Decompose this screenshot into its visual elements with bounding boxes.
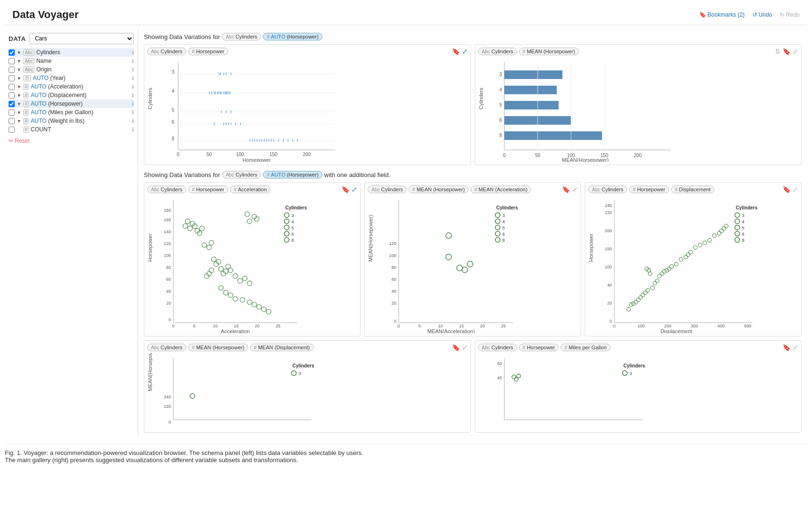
- svg-rect-25: [211, 91, 212, 94]
- field-info-cylinders[interactable]: ℹ: [132, 49, 134, 56]
- chart2-pill-cylinders[interactable]: Abc Cylinders: [478, 48, 517, 55]
- chart5-pill-horsepower[interactable]: # Horsepower: [629, 186, 669, 193]
- field-info-origin[interactable]: ℹ: [132, 67, 134, 73]
- chart7-pill-horsepower[interactable]: # Horsepower: [519, 344, 559, 351]
- chart5-pill-cylinders[interactable]: Abc Cylinders: [588, 186, 627, 193]
- svg-rect-60: [283, 139, 284, 142]
- chart7-pill-mpg[interactable]: # Miles per Gallon: [561, 344, 610, 351]
- field-info-mpg[interactable]: ℹ: [132, 109, 134, 116]
- chart7-bookmark-button[interactable]: 🔖: [782, 344, 791, 351]
- chart6-pill-meanDisplacement[interactable]: # MEAN (Displacement): [250, 344, 313, 351]
- reset-button[interactable]: ✏ Reset: [9, 138, 30, 144]
- chart1-actions: 🔖 ⤢: [452, 48, 468, 55]
- svg-text:500: 500: [744, 324, 751, 328]
- field-checkbox-acceleration[interactable]: [9, 84, 15, 90]
- chart4-pill-cylinders[interactable]: Abc Cylinders: [368, 186, 407, 193]
- pill-horsepower-1[interactable]: # AUTO (Horsepower): [263, 33, 322, 40]
- section2-pill-cylinders[interactable]: Abc Cylinders: [222, 171, 261, 178]
- reset-icon: ✏: [9, 138, 13, 144]
- svg-text:100: 100: [637, 324, 644, 328]
- svg-text:200: 200: [605, 228, 612, 233]
- chart4-expand-button[interactable]: ⤢: [572, 186, 578, 193]
- dataset-select[interactable]: Cars: [30, 33, 134, 44]
- chart5-pill-displacement[interactable]: # Displacement: [671, 186, 714, 193]
- svg-text:25: 25: [501, 324, 506, 328]
- chart3-expand-button[interactable]: ⤢: [351, 186, 357, 193]
- field-info-acceleration[interactable]: ℹ: [132, 84, 134, 90]
- field-checkbox-year[interactable]: [9, 75, 15, 81]
- chart3-pill-cylinders[interactable]: Abc Cylinders: [147, 186, 186, 193]
- field-checkbox-mpg[interactable]: [9, 109, 15, 116]
- redo-button[interactable]: ↻ Redo: [780, 11, 800, 18]
- section2-pill-horsepower[interactable]: # AUTO (Horsepower): [263, 171, 322, 178]
- chart3-pill-horsepower[interactable]: # Horsepower: [188, 186, 228, 193]
- chart4-pill-meanHorsepower[interactable]: # MEAN (Horsepower): [409, 186, 469, 193]
- chart3-pill-acceleration[interactable]: # Acceleration: [230, 186, 271, 193]
- section2-showing-text: Showing Data Variations for: [144, 171, 220, 178]
- svg-text:400: 400: [717, 324, 724, 328]
- field-info-name[interactable]: ℹ: [132, 58, 134, 64]
- svg-point-211: [735, 219, 740, 224]
- svg-point-117: [245, 212, 250, 217]
- svg-text:6: 6: [502, 232, 505, 237]
- svg-text:15: 15: [234, 324, 239, 328]
- svg-text:50: 50: [535, 153, 541, 158]
- field-checkbox-origin[interactable]: [9, 67, 15, 73]
- chart-card-scatter5: Abc Cylinders # Horsepower # Miles per G…: [475, 340, 802, 433]
- field-checkbox-weight[interactable]: [9, 118, 15, 124]
- chart6-pill-meanHorsepower[interactable]: # MEAN (Horsepower): [188, 344, 248, 351]
- field-info-year[interactable]: ℹ: [132, 75, 134, 81]
- bookmarks-button[interactable]: 🔖 Bookmarks (2): [699, 11, 745, 18]
- chart7-expand-button[interactable]: ⤢: [792, 344, 798, 351]
- svg-point-239: [684, 255, 688, 259]
- svg-point-130: [242, 276, 247, 281]
- svg-point-150: [233, 297, 238, 301]
- field-checkbox-horsepower[interactable]: [9, 101, 15, 107]
- svg-point-232: [660, 272, 664, 276]
- field-info-displacement[interactable]: ℹ: [132, 92, 134, 99]
- field-item-displacement: ▼ # AUTO (Displacement) ℹ: [9, 91, 134, 99]
- chart-card-bar: Abc Cylinders # MEAN (Horsepower) ⇅ 🔖 ⤢ …: [475, 44, 802, 165]
- pill-cylinders-1[interactable]: Abc Cylinders: [222, 33, 261, 40]
- svg-text:Cylinders: Cylinders: [147, 88, 153, 109]
- svg-rect-28: [217, 91, 218, 94]
- chart2-pill-meanHorsepower[interactable]: # MEAN (Horsepower): [519, 48, 579, 55]
- app-container: Data Voyager 🔖 Bookmarks (2) ↺ Undo ↻ Re…: [0, 0, 812, 514]
- chart5-expand-button[interactable]: ⤢: [792, 186, 798, 193]
- chart2-sort-button[interactable]: ⇅: [775, 48, 781, 55]
- undo-button[interactable]: ↺ Undo: [752, 11, 772, 18]
- svg-text:120: 120: [389, 241, 396, 246]
- chart7-pill-cylinders[interactable]: Abc Cylinders: [478, 344, 517, 351]
- chart3-bookmark-button[interactable]: 🔖: [341, 186, 350, 193]
- field-checkbox-count[interactable]: [9, 127, 15, 133]
- field-info-horsepower[interactable]: ℹ: [132, 101, 134, 107]
- chart5-bookmark-button[interactable]: 🔖: [782, 186, 791, 193]
- svg-point-248: [720, 229, 723, 233]
- field-label-horsepower: AUTO (Horsepower): [30, 100, 130, 107]
- svg-text:Horsepower: Horsepower: [147, 233, 153, 262]
- svg-point-115: [284, 237, 289, 242]
- svg-point-129: [238, 278, 242, 283]
- chart6-pill-cylinders[interactable]: Abc Cylinders: [147, 344, 186, 351]
- chart6-expand-button[interactable]: ⤢: [462, 344, 468, 351]
- chart1-pill-cylinders[interactable]: Abc Cylinders: [147, 48, 186, 55]
- chart1-pill-horsepower[interactable]: # Horsepower: [188, 48, 228, 55]
- field-info-weight[interactable]: ℹ: [132, 118, 134, 124]
- caption: Fig. 1. Voyager: a recommendation-powere…: [5, 444, 807, 464]
- chart4-bookmark-button[interactable]: 🔖: [562, 186, 570, 193]
- chart2-bookmark-button[interactable]: 🔖: [782, 48, 791, 55]
- field-info-count[interactable]: ℹ: [132, 127, 134, 133]
- chart2-expand-button[interactable]: ⤢: [792, 48, 798, 55]
- svg-point-175: [495, 213, 500, 217]
- field-checkbox-displacement[interactable]: [9, 92, 15, 99]
- chart1-expand-button[interactable]: ⤢: [462, 48, 468, 55]
- field-checkbox-cylinders[interactable]: [9, 49, 15, 56]
- svg-point-131: [211, 257, 216, 262]
- svg-text:5: 5: [193, 324, 195, 328]
- chart1-bookmark-button[interactable]: 🔖: [452, 48, 460, 55]
- chart6-bookmark-button[interactable]: 🔖: [452, 344, 460, 351]
- svg-text:3: 3: [630, 371, 632, 376]
- svg-point-233: [662, 269, 666, 273]
- chart4-pill-meanAcceleration[interactable]: # MEAN (Acceleration): [471, 186, 531, 193]
- field-checkbox-name[interactable]: [9, 58, 15, 64]
